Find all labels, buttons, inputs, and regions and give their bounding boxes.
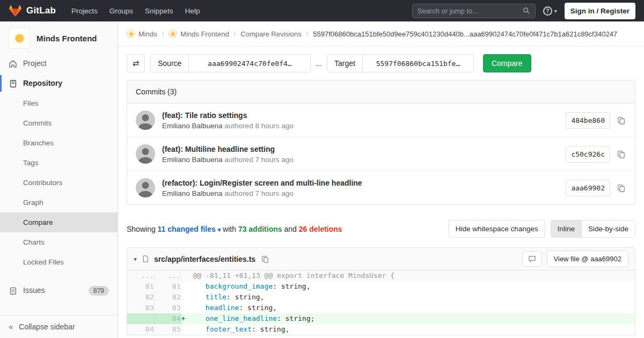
copy-icon [617,184,625,192]
sidebar-item-files[interactable]: Files [0,93,118,113]
side-by-side-view-button[interactable]: Side-by-side [581,221,635,237]
sidebar-item-locked-files[interactable]: Locked Files [0,252,118,272]
nav-link-help[interactable]: Help [179,2,206,20]
new-line-number[interactable]: ... [154,270,181,281]
gitlab-logo-link[interactable]: GitLab [9,4,56,17]
old-line-number[interactable]: 83 [127,303,154,313]
compare-button[interactable]: Compare [483,54,531,72]
new-line-number[interactable]: 82 [154,292,181,303]
diff-code: background_image: string, [181,281,635,292]
changed-files-dropdown[interactable]: 11 changed files ▾ [158,225,221,233]
file-icon [142,255,149,263]
source-input[interactable] [189,55,310,72]
commit-author-link[interactable]: Emiliano Balbuena [162,122,223,130]
old-line-number[interactable]: 82 [127,292,154,303]
breadcrumb-label: Minds Frontend [180,30,229,38]
sidebar-item-issues[interactable]: Issues 879 [0,281,118,300]
commit-title-link[interactable]: (feat): Multiline headline setting [162,145,294,153]
commit-title-link[interactable]: (feat): Tile ratio settings [162,111,294,120]
chevron-down-icon: ▾ [218,226,221,233]
comment-icon [528,255,536,263]
commit-sha-link[interactable]: aaa69902 [566,180,610,196]
old-line-number[interactable] [127,313,154,324]
search-input[interactable] [418,7,519,15]
and-label: and [284,225,296,233]
breadcrumb-compare-link[interactable]: Compare Revisions [240,30,301,38]
breadcrumb-separator: / [306,30,309,38]
breadcrumb: Minds / Minds Frontend / Compare Revisio… [118,21,644,47]
top-navbar: GitLab Projects Groups Snippets Help ? ▾… [0,0,644,21]
sidebar-item-charts[interactable]: Charts [0,232,118,252]
commit-row: (feat): Multiline headline setting Emili… [127,137,635,171]
double-chevron-left-icon: « [9,323,13,330]
hide-whitespace-button[interactable]: Hide whitespace changes [449,220,545,238]
new-line-number[interactable]: 83 [154,303,181,313]
range-dots: ... [316,59,322,68]
sidebar-item-commits[interactable]: Commits [0,113,118,133]
project-context-header[interactable]: Minds Frontend [0,21,118,54]
nav-link-projects[interactable]: Projects [65,2,104,20]
inline-view-button[interactable]: Inline [551,221,581,237]
home-icon [9,60,17,68]
commit-sha-link[interactable]: 484be860 [566,112,610,129]
source-label: Source [151,55,189,72]
diff-line-row: 83 83 headline: string, [127,303,635,313]
deletions-count: 26 deletions [299,225,342,233]
chevron-down-icon: ▾ [554,8,557,14]
toggle-comments-button[interactable] [522,251,542,267]
sidebar-item-tags[interactable]: Tags [0,153,118,173]
commit-title-link[interactable]: (refactor): Login/Register screen and mu… [162,179,362,187]
issues-count-badge: 879 [89,286,109,296]
old-line-number[interactable]: 81 [127,281,154,292]
nav-link-snippets[interactable]: Snippets [139,2,179,20]
copy-sha-button[interactable] [616,115,626,126]
commit-author-link[interactable]: Emiliano Balbuena [162,156,223,164]
commit-row: (feat): Tile ratio settings Emiliano Bal… [127,104,635,137]
commit-meta: Emiliano Balbuena authored 8 hours ago [162,122,294,130]
project-sidebar: Minds Frontend Project Repository Files … [0,21,118,338]
author-avatar[interactable] [136,144,155,164]
new-line-number[interactable]: 81 [154,281,181,292]
group-avatar [127,30,135,38]
source-input-group: Source [150,54,311,72]
sign-in-button[interactable]: Sign in / Register [565,3,635,19]
view-file-button[interactable]: View file @ aaa69902 [547,251,628,267]
additions-count: 73 additions [238,225,282,233]
help-menu[interactable]: ? ▾ [543,6,557,16]
new-line-number[interactable]: 85 [154,324,181,335]
sidebar-item-graph[interactable]: Graph [0,193,118,212]
new-line-number[interactable]: 84 [154,313,181,324]
author-avatar[interactable] [136,111,155,130]
sidebar-item-project[interactable]: Project [0,54,118,74]
file-path-link[interactable]: src/app/interfaces/entities.ts [154,255,255,263]
sidebar-item-contributors[interactable]: Contributors [0,173,118,193]
diff-hunk-row: ... ... @@ -81,11 +81,13 @@ export inter… [127,270,635,281]
breadcrumb-group-link[interactable]: Minds [127,30,157,38]
breadcrumb-separator: / [234,30,236,38]
nav-link-groups[interactable]: Groups [104,2,139,20]
repository-icon [9,79,17,88]
diff-view-toggle: Inline Side-by-side [551,220,635,238]
breadcrumb-project-link[interactable]: Minds Frontend [169,30,229,38]
author-avatar[interactable] [136,178,155,197]
swap-revisions-button[interactable]: ⇄ [127,54,145,72]
sidebar-item-compare[interactable]: Compare [0,212,118,232]
commit-author-link[interactable]: Emiliano Balbuena [162,189,223,197]
collapse-sidebar-button[interactable]: « Collapse sidebar [0,315,118,338]
commit-sha-link[interactable]: c50c926c [566,146,610,163]
breadcrumb-label: Minds [138,30,157,38]
sidebar-item-repository[interactable]: Repository [0,74,118,93]
old-line-number[interactable]: ... [127,270,154,281]
copy-file-path-button[interactable] [260,254,270,264]
global-search[interactable] [412,4,536,18]
copy-sha-button[interactable] [616,149,626,159]
old-line-number[interactable]: 84 [127,324,154,335]
copy-sha-button[interactable] [616,183,626,193]
collapse-diff-icon[interactable]: ▾ [134,255,137,263]
target-input[interactable] [363,55,473,72]
minds-logo-icon [16,34,24,42]
sidebar-item-label: Project [23,58,47,69]
project-title: Minds Frontend [36,34,97,43]
sidebar-item-branches[interactable]: Branches [0,133,118,153]
gitlab-tanuki-icon [9,4,22,17]
